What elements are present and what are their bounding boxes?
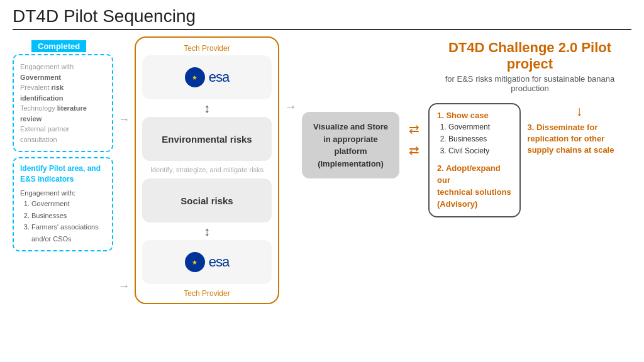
- engagement-item-3: Farmers' associations and/or CSOs: [31, 221, 106, 244]
- arrow-bidir-2: ⇄: [409, 143, 419, 158]
- right-column: DT4D Challenge 2.0 Pilot project for E&S…: [428, 36, 631, 217]
- social-risks-box: Social risks: [142, 178, 272, 222]
- completed-text: Engagement with Government Prevalent ris…: [20, 62, 106, 145]
- dt4d-title: DT4D Challenge 2.0 Pilot project: [428, 40, 631, 73]
- environmental-risks-box: Environmental risks: [142, 117, 272, 161]
- showcase-item-3: Civil Society: [448, 145, 512, 157]
- arrow-bidir-1: ⇄: [409, 121, 419, 136]
- right-lower-row: 1. Show case Government Businesses Civil…: [428, 103, 631, 217]
- completed-box: Engagement with Government Prevalent ris…: [13, 54, 113, 152]
- engagement-item-1: Government: [31, 198, 106, 210]
- showcase-item-1: Government: [448, 121, 512, 133]
- left-arrows-col: → →: [118, 36, 130, 344]
- esa-box-top: ★ esa: [142, 55, 272, 99]
- esa-text-top: esa: [209, 69, 229, 85]
- main-content: Completed Engagement with Government Pre…: [13, 36, 631, 344]
- showcase-list: Government Businesses Civil Society: [437, 121, 512, 158]
- adopt-label: 2. Adopt/expand our technical solutions …: [437, 163, 511, 209]
- bidir-arrows: ⇄ ⇄: [404, 62, 423, 217]
- page-container: DT4D Pilot Sequencing Completed Engageme…: [0, 0, 644, 362]
- disseminate-label: 3. Disseminate for replication for other…: [527, 122, 631, 156]
- left-column: Completed Engagement with Government Pre…: [13, 36, 113, 251]
- engagement-item-2: Businesses: [31, 210, 106, 222]
- arrow-down-1: ↕: [142, 102, 272, 114]
- arrow-right-2: →: [118, 280, 130, 293]
- showcase-wrapper: 1. Show case Government Businesses Civil…: [428, 103, 521, 217]
- identify-box: Identify Pilot area, and E&S indicators …: [13, 157, 113, 251]
- completed-badge: Completed: [31, 40, 86, 52]
- identify-title: Identify Pilot area, and E&S indicators: [20, 163, 106, 185]
- middle-wrapper: Tech Provider ★ esa ↕ Environmental risk…: [135, 36, 279, 304]
- social-risks-label: Social risks: [180, 195, 233, 206]
- engagement-label: Engagement with:: [20, 188, 106, 199]
- tech-provider-top: Tech Provider: [142, 44, 272, 53]
- page-title: DT4D Pilot Sequencing: [13, 6, 631, 30]
- environmental-risks-label: Environmental risks: [162, 134, 252, 145]
- arrow-down-2: ↕: [142, 225, 272, 238]
- visualize-col: Visualize and Storein appropriateplatfor…: [302, 74, 399, 178]
- arrow-middle-right: →: [284, 99, 297, 114]
- arrow-right-1: →: [118, 113, 130, 126]
- visualize-text: Visualize and Storein appropriateplatfor…: [313, 121, 388, 170]
- dt4d-subtitle: for E&S risks mitigation for sustainable…: [428, 74, 631, 93]
- esa-box-bottom: ★ esa: [142, 240, 272, 284]
- dt4d-header: DT4D Challenge 2.0 Pilot project for E&S…: [428, 36, 631, 93]
- visualize-box: Visualize and Storein appropriateplatfor…: [302, 112, 399, 178]
- adopt-section: 2. Adopt/expand our technical solutions …: [437, 162, 512, 210]
- showcase-label: 1. Show case: [437, 111, 512, 120]
- showcase-item-2: Businesses: [448, 133, 512, 145]
- right-section: ⇄ ⇄ DT4D Challenge 2.0 Pilot project for…: [404, 36, 631, 217]
- showcase-section: 1. Show case Government Businesses Civil…: [437, 111, 512, 158]
- disseminate-section: ↓ 3. Disseminate for replication for oth…: [527, 103, 631, 156]
- engagement-list: Government Businesses Farmers' associati…: [20, 198, 106, 245]
- tech-provider-bottom: Tech Provider: [142, 289, 272, 298]
- down-arrow: ↓: [576, 103, 583, 119]
- esa-logo-top: ★ esa: [185, 67, 229, 87]
- esa-text-bottom: esa: [209, 254, 229, 270]
- identify-strategize-text: Identify, strategize, and mitigate risks: [142, 166, 272, 173]
- esa-logo-bottom: ★ esa: [185, 252, 229, 272]
